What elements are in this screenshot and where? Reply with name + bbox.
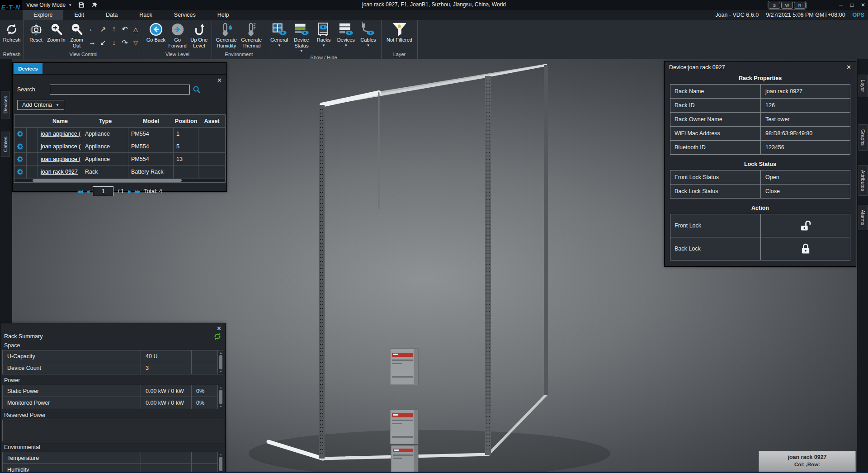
go-back-button[interactable]: Go Back: [145, 21, 167, 43]
reset-button[interactable]: Reset: [26, 21, 46, 43]
pan-right-icon[interactable]: →: [89, 38, 96, 47]
devices-toggle-button[interactable]: Devices ▼: [335, 21, 357, 48]
device-status-toggle-label: Device Status: [291, 37, 311, 48]
lock-status-header: Lock Status: [665, 161, 856, 167]
vertical-scrollbar[interactable]: ▲▼: [218, 452, 224, 473]
refresh-button[interactable]: Refresh: [2, 21, 22, 43]
sidebar-tab-attributes[interactable]: Attributes: [859, 165, 868, 196]
sidebar-tab-graphs[interactable]: Graphs: [859, 124, 868, 151]
menu-tab-edit[interactable]: Edit: [63, 10, 95, 20]
device-link[interactable]: joan appliance (: [41, 143, 80, 150]
table-row: joan appliance ( Appliance PM554 1: [14, 128, 225, 140]
close-button[interactable]: ✕: [861, 2, 865, 8]
first-page-button[interactable]: ◀◀: [77, 189, 82, 194]
column-header-asset[interactable]: Asset: [198, 115, 225, 127]
page-input[interactable]: [93, 186, 113, 196]
pin-icon[interactable]: [91, 2, 98, 9]
r-button[interactable]: R: [794, 2, 806, 9]
ops-button[interactable]: OPS: [853, 12, 864, 18]
device-link[interactable]: joan appliance (: [41, 156, 80, 162]
pan-left-icon[interactable]: ←: [89, 25, 96, 33]
general-grid-eye-icon: [271, 22, 288, 37]
back-lock-button[interactable]: [761, 237, 850, 260]
last-page-button[interactable]: ▶▶: [135, 189, 140, 194]
go-forward-button[interactable]: Go Forward: [167, 21, 189, 49]
menu-tab-services[interactable]: Services: [163, 10, 207, 20]
close-icon[interactable]: ✕: [846, 64, 851, 71]
section-header-environmental: Environmental: [4, 444, 225, 450]
vertical-scrollbar[interactable]: ▲▼: [218, 385, 224, 409]
property-value: Close: [761, 184, 850, 198]
pan-up-icon[interactable]: ↑: [112, 25, 116, 33]
add-criteria-button[interactable]: Add Criteria ▼: [17, 100, 64, 110]
maximize-button[interactable]: □: [850, 2, 854, 8]
chevron-down-icon[interactable]: ▼: [278, 43, 281, 47]
gear-icon[interactable]: [14, 140, 27, 152]
property-label: Rack ID: [670, 99, 761, 112]
close-icon[interactable]: ✕: [217, 325, 222, 332]
humidity-thermometer-icon: [219, 22, 234, 37]
prev-page-button[interactable]: ◀: [86, 189, 89, 194]
generate-thermal-button[interactable]: Generate Thermal: [239, 21, 264, 49]
refresh-icon[interactable]: [213, 332, 222, 341]
summary-extra: 0%: [192, 385, 218, 397]
pan-down-icon[interactable]: ↓: [112, 38, 116, 47]
table-row: Bluetooth ID 123456: [670, 141, 850, 154]
sidebar-tab-devices[interactable]: Devices: [1, 91, 10, 118]
menu-tab-data[interactable]: Data: [95, 10, 128, 20]
column-header-type[interactable]: Type: [82, 115, 128, 127]
tilt-up-icon[interactable]: △: [133, 26, 138, 33]
chevron-down-icon[interactable]: ▼: [344, 43, 348, 47]
s-button[interactable]: S: [769, 2, 780, 9]
view-mode-dropdown[interactable]: View Only Mode ▼: [26, 2, 72, 8]
rotate-ccw-icon[interactable]: ↶: [122, 25, 127, 33]
zoom-in-button-label: Zoom In: [47, 37, 65, 43]
sidebar-tab-alarms[interactable]: Alarms: [859, 205, 868, 230]
close-icon[interactable]: ✕: [217, 77, 222, 84]
device-link[interactable]: joan rack 0927: [41, 169, 78, 175]
gear-icon[interactable]: [14, 166, 27, 178]
devices-panel-tab[interactable]: Devices: [14, 63, 42, 74]
chevron-down-icon[interactable]: ▼: [322, 43, 326, 47]
rotate-cw-icon[interactable]: ↷: [122, 38, 127, 47]
zoom-out-button-label: Zoom Out: [67, 37, 86, 48]
menu-tab-help[interactable]: Help: [207, 10, 240, 20]
save-icon[interactable]: [78, 2, 85, 8]
space-table: U-Capacity 40 U ▲▼ Device Count 3: [2, 350, 223, 374]
w-button[interactable]: W: [781, 2, 793, 9]
device-link[interactable]: joan appliance (: [41, 131, 80, 137]
cables-toggle-button[interactable]: Cables ▼: [357, 21, 379, 48]
tilt-down-icon[interactable]: ▽: [133, 39, 138, 46]
action-table: Front Lock Back Lock: [670, 214, 850, 260]
general-toggle-button[interactable]: General ▼: [268, 21, 290, 48]
racks-toggle-button[interactable]: Racks ▼: [312, 21, 335, 48]
generate-humidity-button[interactable]: Generate Humidity: [214, 21, 239, 49]
refresh-icon: [5, 22, 19, 37]
device-status-toggle-button[interactable]: Device Status ▼: [290, 21, 312, 53]
front-lock-button[interactable]: [761, 214, 850, 237]
zoom-in-button[interactable]: Zoom In: [46, 21, 66, 43]
pan-up-right-icon[interactable]: ↗: [100, 25, 106, 33]
pan-down-left-icon[interactable]: ↙: [100, 38, 106, 47]
next-page-button[interactable]: ▶: [128, 189, 131, 194]
not-filtered-button[interactable]: Not Filtered: [386, 21, 414, 43]
gear-icon[interactable]: [14, 128, 27, 140]
up-one-level-button[interactable]: Up One Level: [188, 21, 210, 49]
sidebar-tab-layer[interactable]: Layer: [859, 75, 868, 97]
chevron-down-icon[interactable]: ▼: [366, 43, 370, 47]
search-input[interactable]: [50, 85, 190, 95]
column-header-name[interactable]: Name: [38, 115, 82, 127]
menu-tab-explore[interactable]: Explore: [23, 10, 63, 20]
zoom-out-button[interactable]: Zoom Out: [66, 21, 87, 49]
column-header-model[interactable]: Model: [128, 115, 174, 127]
search-icon[interactable]: [193, 85, 201, 94]
horizontal-scrollbar[interactable]: [14, 178, 225, 182]
column-header-position[interactable]: Position: [174, 115, 198, 127]
sidebar-tab-cables[interactable]: Cables: [1, 132, 10, 157]
vertical-scrollbar[interactable]: ▲▼: [218, 350, 224, 374]
device-model: PM554: [128, 140, 174, 152]
menu-tab-rack[interactable]: Rack: [128, 10, 163, 20]
chevron-down-icon[interactable]: ▼: [300, 49, 303, 53]
minimize-button[interactable]: ─: [839, 2, 843, 8]
gear-icon[interactable]: [14, 153, 27, 165]
